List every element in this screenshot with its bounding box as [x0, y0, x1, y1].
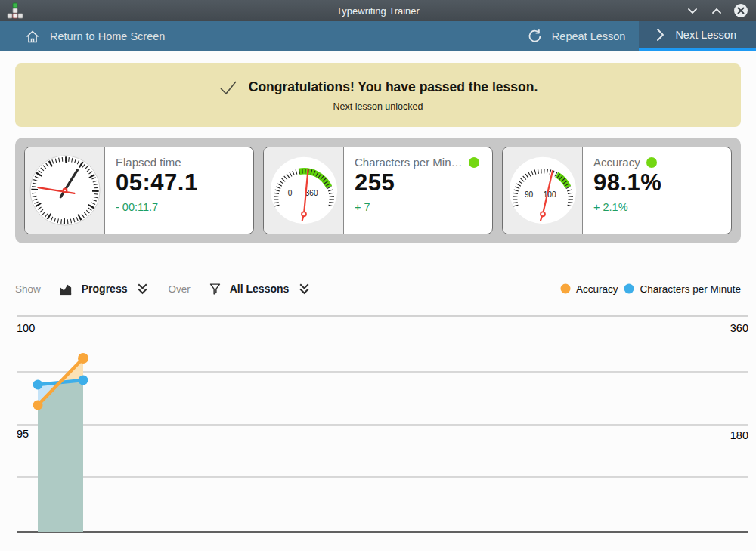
clock-icon: [25, 147, 105, 234]
checkmark-icon: [218, 79, 238, 96]
legend-dot-cpm-icon: [624, 283, 634, 294]
titlebar: Typewriting Trainer: [0, 0, 756, 21]
close-icon: [733, 3, 748, 18]
stat-change: - 00:11.7: [116, 201, 243, 213]
stat-card-elapsed-time: Elapsed time 05:47.1 - 00:11.7: [24, 147, 254, 234]
congratulations-banner: Congratulations! You have passed the les…: [15, 63, 741, 127]
stat-change: + 2.1%: [593, 201, 720, 213]
stat-change: + 7: [355, 201, 482, 213]
chart-controls: Show Progress Over All Lessons: [15, 277, 741, 301]
legend-dot-accuracy-icon: [560, 283, 571, 294]
chevron-down-icon: [687, 8, 698, 14]
svg-text:100: 100: [543, 190, 556, 199]
right-axis-tick-top: 360: [730, 322, 748, 334]
progress-chart: 100 95 360 180: [0, 314, 756, 551]
home-icon: [24, 28, 41, 45]
over-value: All Lessons: [230, 283, 290, 295]
stat-value: 255: [355, 169, 482, 197]
stats-panel: Elapsed time 05:47.1 - 00:11.7 0 360: [15, 138, 741, 243]
repeat-lesson-button[interactable]: Repeat Lesson: [513, 21, 640, 51]
legend-item-cpm: Characters per Minute: [624, 283, 741, 295]
legend-item-accuracy: Accuracy: [560, 283, 618, 295]
stat-card-accuracy: 90 100 Accuracy 98.1% + 2.1%: [502, 147, 732, 234]
gauge-icon: 90 100: [503, 147, 583, 234]
window-title: Typewriting Trainer: [0, 5, 756, 17]
close-button[interactable]: [733, 3, 748, 18]
return-home-label: Return to Home Screen: [50, 30, 165, 42]
filter-funnel-icon: [209, 282, 222, 296]
status-dot-icon: [469, 157, 479, 168]
refresh-icon: [527, 29, 543, 45]
return-home-button[interactable]: Return to Home Screen: [11, 21, 178, 51]
double-chevron-down-icon: [297, 283, 311, 296]
minimize-button[interactable]: [685, 3, 700, 18]
svg-text:90: 90: [524, 190, 533, 199]
show-value: Progress: [82, 283, 128, 295]
app-window: Typewriting Trainer: [0, 0, 756, 551]
svg-text:360: 360: [305, 189, 318, 197]
maximize-button[interactable]: [709, 3, 724, 18]
over-selector[interactable]: All Lessons: [209, 282, 312, 296]
chevron-up-icon: [711, 8, 722, 14]
stat-card-cpm: 0 360 Characters per Min… 255 + 7: [263, 147, 493, 234]
area-below-both: [38, 380, 83, 532]
area-chart-icon: [59, 282, 73, 296]
show-label: Show: [15, 283, 41, 295]
toolbar-spacer: [178, 21, 513, 51]
left-axis-tick-top: 100: [17, 322, 35, 334]
stat-value: 98.1%: [593, 169, 720, 197]
stat-label: Characters per Min…: [355, 156, 463, 169]
svg-text:0: 0: [287, 189, 292, 197]
stat-label: Accuracy: [593, 156, 640, 169]
banner-subtitle: Next lesson unlocked: [333, 101, 423, 112]
show-selector[interactable]: Progress: [59, 282, 150, 296]
chevron-right-icon: [654, 27, 666, 42]
left-axis-tick-mid: 95: [17, 428, 29, 440]
over-label: Over: [168, 283, 190, 295]
next-lesson-button[interactable]: Next Lesson: [639, 21, 756, 51]
banner-title: Congratulations! You have passed the les…: [249, 79, 538, 95]
gauge-icon: 0 360: [264, 147, 344, 234]
stat-label: Elapsed time: [116, 156, 181, 169]
repeat-lesson-label: Repeat Lesson: [552, 30, 626, 42]
toolbar: Return to Home Screen Repeat Lesson Next…: [0, 21, 756, 51]
double-chevron-down-icon: [135, 283, 150, 296]
next-lesson-label: Next Lesson: [675, 29, 736, 41]
window-controls: [685, 3, 756, 18]
chart-legend: Accuracy Characters per Minute: [560, 283, 741, 295]
status-dot-icon: [646, 157, 657, 168]
stat-value: 05:47.1: [116, 169, 243, 197]
right-axis-tick-mid: 180: [730, 429, 748, 441]
